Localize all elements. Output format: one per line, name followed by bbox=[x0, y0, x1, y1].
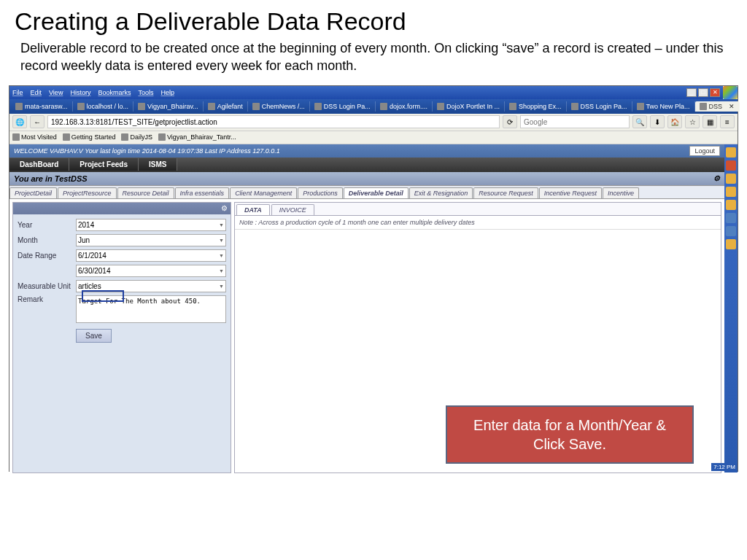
search-input[interactable] bbox=[520, 115, 630, 128]
sidebar-icon[interactable] bbox=[726, 147, 736, 158]
bookmark-icon bbox=[158, 133, 166, 141]
browser-tab[interactable]: DSS Login Pa... bbox=[310, 101, 376, 112]
module-tab[interactable]: Infra essentials bbox=[175, 187, 230, 198]
unit-select[interactable]: articles▼ bbox=[76, 280, 226, 292]
detail-note: Note : Across a production cycle of 1 mo… bbox=[235, 216, 721, 230]
browser-tab[interactable]: mata-sarasw... bbox=[11, 101, 73, 112]
favicon-icon bbox=[314, 103, 322, 110]
window-menu-item[interactable]: Edit bbox=[31, 89, 42, 96]
module-tab[interactable]: Productions bbox=[298, 187, 343, 198]
module-tab[interactable]: Incentive bbox=[603, 187, 639, 198]
app-nav-bar: DashBoardProject FeedsISMS bbox=[9, 158, 724, 172]
window-menu-item[interactable]: History bbox=[70, 89, 90, 96]
save-button[interactable]: Save bbox=[76, 329, 112, 343]
gear-icon[interactable]: ⚙ bbox=[713, 174, 720, 183]
maximize-button[interactable]: □ bbox=[698, 88, 708, 97]
browser-tab[interactable]: DSS Login Pa... bbox=[567, 101, 632, 112]
back-button[interactable]: ← bbox=[30, 115, 44, 128]
browser-tab[interactable]: Two New Pla... bbox=[632, 101, 695, 112]
panel-gear-icon[interactable]: ⚙ bbox=[221, 204, 228, 212]
month-select[interactable]: Jun▼ bbox=[76, 234, 226, 246]
browser-tab[interactable]: localhost / lo... bbox=[73, 101, 134, 112]
browser-tab[interactable]: Vigyan_Bhairav... bbox=[133, 101, 204, 112]
unit-label: Measurable Unit bbox=[18, 282, 76, 290]
favicon-icon bbox=[700, 103, 707, 110]
nav-menu-item[interactable]: DashBoard bbox=[9, 158, 69, 171]
nav-menu-item[interactable]: ISMS bbox=[139, 158, 177, 171]
browser-tab[interactable]: dojox.form.... bbox=[376, 101, 433, 112]
ssl-icon: 🌐 bbox=[12, 115, 27, 128]
nav-menu-item[interactable]: Project Feeds bbox=[69, 158, 139, 171]
detail-tab[interactable]: DATA bbox=[236, 204, 270, 215]
slide-title: Creating a Deliverable Data Record bbox=[0, 0, 747, 39]
bookmark-icon bbox=[63, 133, 70, 141]
bookmark-icon bbox=[121, 133, 128, 141]
module-tab[interactable]: ProjectDetail bbox=[9, 187, 57, 198]
sidebar-icon[interactable] bbox=[726, 213, 736, 223]
form-panel: ⚙ Year 2014▼ Month Jun▼ Date Range 6/1/2 bbox=[12, 202, 231, 473]
new-tab-button[interactable]: + bbox=[740, 101, 747, 112]
window-menu-item[interactable]: View bbox=[49, 89, 63, 96]
year-select[interactable]: 2014▼ bbox=[76, 219, 226, 231]
browser-tab-active[interactable]: DSS ✕ bbox=[695, 101, 740, 112]
module-tab[interactable]: ProjectResource bbox=[58, 187, 117, 198]
sidebar-icon[interactable] bbox=[726, 200, 736, 210]
minimize-button[interactable]: _ bbox=[686, 88, 697, 97]
sidebar-icon[interactable] bbox=[726, 187, 736, 197]
module-tab[interactable]: Resource Request bbox=[473, 187, 538, 198]
remark-label: Remark bbox=[18, 295, 76, 303]
module-tab[interactable]: Resource Detail bbox=[117, 187, 174, 198]
favicon-icon bbox=[509, 103, 516, 110]
favicon-icon bbox=[15, 103, 23, 110]
browser-tab[interactable]: Shopping Ex... bbox=[505, 101, 567, 112]
bookmark-item[interactable]: Vigyan_Bhairav_Tantr... bbox=[158, 133, 236, 141]
date-range-start[interactable]: 6/1/2014▼ bbox=[76, 249, 226, 262]
bookmark-star-button[interactable]: ☆ bbox=[685, 115, 700, 128]
window-menu-item[interactable]: File bbox=[12, 89, 23, 96]
window-menu-item[interactable]: Bookmarks bbox=[98, 89, 131, 96]
favicon-icon bbox=[437, 103, 444, 110]
right-sidebar bbox=[724, 144, 738, 472]
sidebar-icon[interactable] bbox=[726, 226, 736, 236]
date-range-label: Date Range bbox=[18, 252, 76, 260]
search-button[interactable]: 🔍 bbox=[632, 115, 647, 128]
system-clock: 7:12 PM bbox=[711, 463, 738, 471]
browser-tab[interactable]: ChemNews /... bbox=[248, 101, 310, 112]
menu-button[interactable]: ≡ bbox=[720, 115, 735, 128]
downloads-button[interactable]: ⬇ bbox=[650, 115, 665, 128]
windows-logo-icon bbox=[723, 86, 738, 99]
bookmark-item[interactable]: DailyJS bbox=[121, 133, 152, 141]
favicon-icon bbox=[208, 103, 215, 110]
module-tab[interactable]: Deliverable Detail bbox=[344, 187, 409, 198]
browser-tab[interactable]: Agilefant bbox=[204, 101, 248, 112]
url-input[interactable] bbox=[47, 115, 500, 128]
favicon-icon bbox=[77, 103, 85, 110]
browser-tab[interactable]: DojoX Portlet In ... bbox=[433, 101, 505, 112]
module-tabs: ProjectDetailProjectResourceResource Det… bbox=[9, 186, 724, 199]
window-menu-item[interactable]: Tools bbox=[138, 89, 153, 96]
favicon-icon bbox=[571, 103, 578, 110]
bookmark-item[interactable]: Most Visited bbox=[12, 133, 57, 141]
reload-button[interactable]: ⟳ bbox=[503, 115, 517, 128]
bookmark-icon bbox=[12, 133, 20, 141]
date-range-end[interactable]: 6/30/2014▼ bbox=[76, 265, 226, 277]
favicon-icon bbox=[637, 103, 644, 110]
module-tab[interactable]: Incentive Request bbox=[539, 187, 602, 198]
logout-button[interactable]: Logout bbox=[689, 146, 720, 156]
close-button[interactable]: ✕ bbox=[710, 88, 720, 97]
remark-textarea[interactable]: Target For The Month about 450. bbox=[76, 295, 226, 323]
bookmarks-button[interactable]: ▦ bbox=[703, 115, 717, 128]
favicon-icon bbox=[138, 103, 145, 110]
module-tab[interactable]: Exit & Resignation bbox=[409, 187, 473, 198]
module-tab[interactable]: Client Management bbox=[230, 187, 297, 198]
home-button[interactable]: 🏠 bbox=[667, 115, 682, 128]
welcome-bar: WELCOME VAIBHAV.V Your last login time 2… bbox=[9, 144, 724, 158]
bookmarks-bar: Most VisitedGetting StartedDailyJSVigyan… bbox=[9, 131, 738, 144]
sidebar-icon[interactable] bbox=[726, 160, 736, 171]
browser-tabs-row: mata-sarasw...localhost / lo...Vigyan_Bh… bbox=[9, 99, 738, 114]
sidebar-icon[interactable] bbox=[726, 174, 736, 184]
detail-tab[interactable]: INVOICE bbox=[271, 204, 314, 215]
window-menu-item[interactable]: Help bbox=[160, 89, 174, 96]
sidebar-icon[interactable] bbox=[726, 239, 736, 249]
bookmark-item[interactable]: Getting Started bbox=[63, 133, 116, 141]
